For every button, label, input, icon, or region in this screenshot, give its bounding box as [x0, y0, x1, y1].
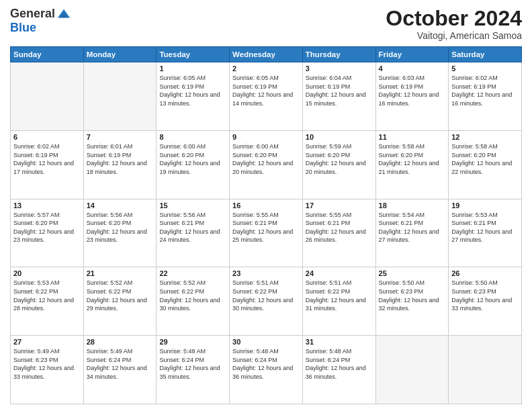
day-info: Sunrise: 5:49 AM Sunset: 6:24 PM Dayligh…: [87, 347, 154, 381]
day-number: 11: [379, 133, 446, 141]
title-section: October 2024 Vaitogi, American Samoa: [386, 7, 522, 41]
day-number: 26: [451, 269, 519, 277]
calendar-cell-0-1: [83, 62, 157, 131]
logo-icon: [56, 7, 71, 21]
day-number: 1: [159, 64, 226, 73]
day-info: Sunrise: 5:58 AM Sunset: 6:20 PM Dayligh…: [451, 142, 519, 176]
calendar-cell-4-0: 27Sunrise: 5:49 AM Sunset: 6:23 PM Dayli…: [11, 336, 84, 404]
calendar-cell-2-0: 13Sunrise: 5:57 AM Sunset: 6:20 PM Dayli…: [11, 199, 84, 267]
day-number: 18: [379, 201, 446, 210]
calendar-cell-3-5: 25Sunrise: 5:50 AM Sunset: 6:23 PM Dayli…: [375, 267, 449, 336]
day-info: Sunrise: 5:49 AM Sunset: 6:23 PM Dayligh…: [13, 347, 81, 381]
calendar-cell-3-3: 23Sunrise: 5:51 AM Sunset: 6:22 PM Dayli…: [230, 267, 303, 336]
day-info: Sunrise: 6:03 AM Sunset: 6:19 PM Dayligh…: [379, 74, 446, 107]
day-info: Sunrise: 6:00 AM Sunset: 6:20 PM Dayligh…: [159, 142, 226, 176]
calendar-cell-4-4: 31Sunrise: 5:48 AM Sunset: 6:24 PM Dayli…: [302, 336, 375, 404]
day-info: Sunrise: 5:50 AM Sunset: 6:23 PM Dayligh…: [379, 279, 446, 312]
day-info: Sunrise: 5:59 AM Sunset: 6:20 PM Dayligh…: [306, 142, 373, 176]
day-number: 27: [13, 338, 81, 346]
weekday-header-thursday: Thursday: [302, 47, 375, 62]
calendar-cell-4-3: 30Sunrise: 5:48 AM Sunset: 6:24 PM Dayli…: [230, 336, 303, 404]
calendar-cell-0-4: 3Sunrise: 6:04 AM Sunset: 6:19 PM Daylig…: [302, 62, 375, 131]
calendar-cell-1-1: 7Sunrise: 6:01 AM Sunset: 6:19 PM Daylig…: [83, 130, 157, 199]
logo: General Blue: [10, 7, 71, 35]
day-number: 23: [232, 269, 300, 277]
day-number: 28: [87, 338, 154, 346]
day-number: 15: [159, 201, 226, 210]
day-number: 14: [87, 201, 154, 210]
day-number: 3: [306, 64, 373, 73]
weekday-header-monday: Monday: [83, 47, 157, 62]
calendar-cell-1-3: 9Sunrise: 6:00 AM Sunset: 6:20 PM Daylig…: [230, 130, 303, 199]
calendar-cell-3-2: 22Sunrise: 5:52 AM Sunset: 6:22 PM Dayli…: [157, 267, 230, 336]
day-number: 25: [379, 269, 446, 277]
calendar: SundayMondayTuesdayWednesdayThursdayFrid…: [10, 46, 522, 404]
calendar-cell-2-6: 19Sunrise: 5:53 AM Sunset: 6:21 PM Dayli…: [449, 199, 522, 267]
weekday-header-friday: Friday: [375, 47, 449, 62]
day-info: Sunrise: 5:48 AM Sunset: 6:24 PM Dayligh…: [306, 347, 373, 381]
day-info: Sunrise: 6:00 AM Sunset: 6:20 PM Dayligh…: [232, 142, 300, 176]
calendar-cell-1-4: 10Sunrise: 5:59 AM Sunset: 6:20 PM Dayli…: [302, 130, 375, 199]
day-number: 6: [13, 133, 81, 141]
day-info: Sunrise: 5:57 AM Sunset: 6:20 PM Dayligh…: [13, 211, 81, 244]
calendar-cell-0-6: 5Sunrise: 6:02 AM Sunset: 6:19 PM Daylig…: [449, 62, 522, 131]
logo-general-text: General: [10, 7, 55, 21]
day-number: 2: [232, 64, 300, 73]
day-number: 10: [306, 133, 373, 141]
calendar-cell-3-4: 24Sunrise: 5:51 AM Sunset: 6:22 PM Dayli…: [302, 267, 375, 336]
day-info: Sunrise: 6:02 AM Sunset: 6:19 PM Dayligh…: [13, 142, 81, 176]
header: General Blue October 2024 Vaitogi, Ameri…: [10, 7, 522, 41]
calendar-cell-2-5: 18Sunrise: 5:54 AM Sunset: 6:21 PM Dayli…: [375, 199, 449, 267]
day-info: Sunrise: 5:50 AM Sunset: 6:23 PM Dayligh…: [451, 279, 519, 312]
weekday-header-saturday: Saturday: [449, 47, 522, 62]
day-number: 30: [232, 338, 300, 346]
weekday-header-wednesday: Wednesday: [230, 47, 303, 62]
calendar-cell-3-0: 20Sunrise: 5:53 AM Sunset: 6:22 PM Dayli…: [11, 267, 84, 336]
day-info: Sunrise: 6:02 AM Sunset: 6:19 PM Dayligh…: [451, 74, 519, 107]
day-number: 7: [87, 133, 154, 141]
calendar-cell-2-4: 17Sunrise: 5:55 AM Sunset: 6:21 PM Dayli…: [302, 199, 375, 267]
calendar-cell-1-2: 8Sunrise: 6:00 AM Sunset: 6:20 PM Daylig…: [157, 130, 230, 199]
day-info: Sunrise: 5:52 AM Sunset: 6:22 PM Dayligh…: [159, 279, 226, 312]
weekday-header-sunday: Sunday: [11, 47, 84, 62]
day-info: Sunrise: 6:05 AM Sunset: 6:19 PM Dayligh…: [159, 74, 226, 107]
day-number: 17: [306, 201, 373, 210]
calendar-cell-0-5: 4Sunrise: 6:03 AM Sunset: 6:19 PM Daylig…: [375, 62, 449, 131]
day-number: 24: [306, 269, 373, 277]
calendar-cell-1-0: 6Sunrise: 6:02 AM Sunset: 6:19 PM Daylig…: [11, 130, 84, 199]
day-info: Sunrise: 5:56 AM Sunset: 6:21 PM Dayligh…: [159, 211, 226, 244]
day-info: Sunrise: 5:48 AM Sunset: 6:24 PM Dayligh…: [159, 347, 226, 381]
day-number: 9: [232, 133, 300, 141]
day-number: 16: [232, 201, 300, 210]
calendar-cell-3-6: 26Sunrise: 5:50 AM Sunset: 6:23 PM Dayli…: [449, 267, 522, 336]
day-info: Sunrise: 6:01 AM Sunset: 6:19 PM Dayligh…: [87, 142, 154, 176]
calendar-cell-2-3: 16Sunrise: 5:55 AM Sunset: 6:21 PM Dayli…: [230, 199, 303, 267]
weekday-header-tuesday: Tuesday: [157, 47, 230, 62]
page: General Blue October 2024 Vaitogi, Ameri…: [0, 0, 532, 411]
day-info: Sunrise: 5:58 AM Sunset: 6:20 PM Dayligh…: [379, 142, 446, 176]
day-info: Sunrise: 5:54 AM Sunset: 6:21 PM Dayligh…: [379, 211, 446, 244]
calendar-cell-0-2: 1Sunrise: 6:05 AM Sunset: 6:19 PM Daylig…: [157, 62, 230, 131]
day-number: 4: [379, 64, 446, 73]
day-number: 8: [159, 133, 226, 141]
calendar-week-2: 13Sunrise: 5:57 AM Sunset: 6:20 PM Dayli…: [11, 199, 522, 267]
location: Vaitogi, American Samoa: [386, 30, 522, 41]
calendar-week-4: 27Sunrise: 5:49 AM Sunset: 6:23 PM Dayli…: [11, 336, 522, 404]
day-number: 19: [451, 201, 519, 210]
day-number: 13: [13, 201, 81, 210]
day-number: 12: [451, 133, 519, 141]
weekday-header-row: SundayMondayTuesdayWednesdayThursdayFrid…: [11, 47, 522, 62]
calendar-cell-3-1: 21Sunrise: 5:52 AM Sunset: 6:22 PM Dayli…: [83, 267, 157, 336]
calendar-cell-4-1: 28Sunrise: 5:49 AM Sunset: 6:24 PM Dayli…: [83, 336, 157, 404]
day-number: 31: [306, 338, 373, 346]
calendar-cell-2-1: 14Sunrise: 5:56 AM Sunset: 6:20 PM Dayli…: [83, 199, 157, 267]
logo-blue-text: Blue: [10, 21, 36, 34]
calendar-cell-0-0: [11, 62, 84, 131]
calendar-week-3: 20Sunrise: 5:53 AM Sunset: 6:22 PM Dayli…: [11, 267, 522, 336]
day-info: Sunrise: 5:55 AM Sunset: 6:21 PM Dayligh…: [306, 211, 373, 244]
calendar-cell-1-6: 12Sunrise: 5:58 AM Sunset: 6:20 PM Dayli…: [449, 130, 522, 199]
calendar-cell-4-2: 29Sunrise: 5:48 AM Sunset: 6:24 PM Dayli…: [157, 336, 230, 404]
day-info: Sunrise: 6:05 AM Sunset: 6:19 PM Dayligh…: [232, 74, 300, 107]
day-info: Sunrise: 6:04 AM Sunset: 6:19 PM Dayligh…: [306, 74, 373, 107]
day-info: Sunrise: 5:53 AM Sunset: 6:22 PM Dayligh…: [13, 279, 81, 312]
